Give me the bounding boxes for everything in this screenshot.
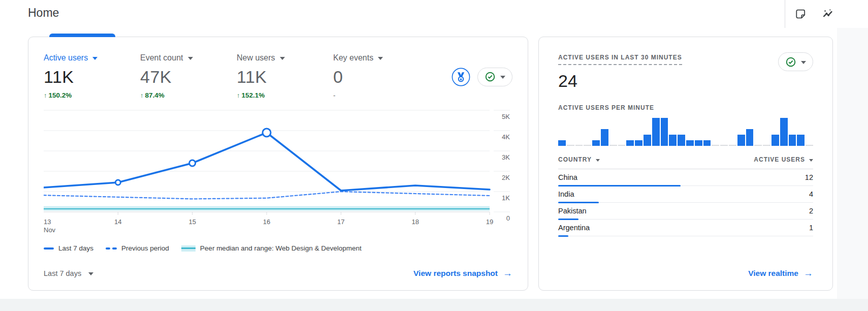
svg-text:18: 18 (411, 218, 419, 226)
arrow-right-icon: → (803, 268, 813, 279)
previous-period-line (44, 192, 490, 199)
note-icon[interactable] (793, 7, 808, 21)
legend-dash-swatch (106, 247, 117, 250)
minute-bar-empty (806, 145, 813, 146)
metric-delta: - (333, 91, 430, 99)
svg-text:4K: 4K (502, 133, 510, 141)
svg-text:16: 16 (263, 218, 270, 226)
view-reports-snapshot-label: View reports snapshot (413, 269, 498, 278)
data-quality-selector[interactable] (477, 68, 512, 86)
caret-down-icon (500, 76, 505, 79)
metric-selector-active-users[interactable]: Active users (44, 53, 98, 63)
metric-delta: ↑150.2% (44, 91, 140, 99)
check-circle-icon (485, 71, 496, 82)
minute-bar (746, 129, 754, 146)
legend-item: Last 7 days (44, 244, 93, 252)
metric-value: 11K (44, 67, 140, 87)
minute-slot (644, 135, 651, 146)
svg-text:13: 13 (44, 218, 51, 226)
legend-label: Last 7 days (58, 244, 93, 252)
minute-bar-empty (584, 145, 591, 146)
country-share-bar (558, 235, 568, 237)
metric-value: 0 (333, 67, 430, 87)
data-point-marker (115, 180, 120, 185)
minute-bar (703, 140, 711, 146)
realtime-card: ACTIVE USERS IN LAST 30 MINUTES 24 ACTIV… (538, 37, 833, 291)
up-arrow-icon: ↑ (44, 91, 47, 99)
active-users-per-minute-chart[interactable] (558, 116, 813, 146)
minute-bar-empty (763, 145, 770, 146)
minute-bar (592, 140, 600, 146)
active-users-line-chart[interactable]: 5K4K3K2K1K013Nov141516171819 (44, 106, 511, 234)
country-column-header[interactable]: COUNTRY (558, 156, 600, 163)
svg-text:15: 15 (188, 218, 196, 226)
medal-icon-glyph (452, 68, 470, 86)
svg-text:1K: 1K (502, 194, 510, 202)
minute-bar (789, 135, 796, 146)
minute-slot (695, 140, 702, 146)
svg-text:2K: 2K (502, 174, 510, 181)
date-range-selector[interactable]: Last 7 days (44, 269, 93, 277)
minute-bar (661, 118, 668, 146)
metric-selector-event-count[interactable]: Event count (140, 53, 193, 63)
minute-slot (703, 140, 711, 146)
active-users-value: 2 (809, 207, 813, 215)
active-users-chart[interactable]: 5K4K3K2K1K013Nov141516171819 (44, 106, 512, 236)
minute-slot (661, 118, 668, 146)
country-column-label: COUNTRY (558, 156, 592, 163)
minute-bar-empty (754, 145, 762, 146)
metric-delta-value: 152.1% (242, 91, 265, 99)
insights-icon-glyph (822, 8, 834, 20)
minute-bar-empty (720, 145, 728, 146)
minute-bar (601, 129, 608, 146)
active-users-column-header[interactable]: ACTIVE USERS (754, 156, 813, 163)
per-minute-label: ACTIVE USERS PER MINUTE (558, 104, 813, 111)
metric-selector-key-events[interactable]: Key events (333, 53, 383, 63)
up-arrow-icon: ↑ (140, 91, 144, 99)
minute-slot (771, 135, 779, 146)
metric-active-users: Active users11K↑150.2% (44, 53, 140, 99)
minute-bar (652, 118, 660, 146)
country-name: India (558, 190, 574, 198)
minute-bar (678, 135, 685, 146)
metric-key-events: Key events0- (333, 53, 430, 99)
realtime-header: ACTIVE USERS IN LAST 30 MINUTES 24 (558, 37, 813, 91)
metric-selector-new-users[interactable]: New users (237, 53, 285, 63)
note-icon-glyph (795, 8, 807, 20)
country-table-body: China12India4Pakistan2Argentina1 (558, 169, 813, 236)
realtime-data-quality-selector[interactable] (778, 52, 813, 71)
metric-new-users: New users11K↑152.1% (237, 53, 333, 99)
caret-down-icon (378, 57, 383, 60)
country-name: Argentina (558, 224, 590, 232)
view-reports-snapshot-link[interactable]: View reports snapshot → (413, 268, 512, 279)
view-realtime-link[interactable]: View realtime → (748, 268, 813, 279)
minute-slot (558, 140, 566, 146)
minute-slot (720, 145, 728, 146)
metric-delta: ↑87.4% (140, 91, 237, 99)
metric-delta-value: 150.2% (49, 91, 72, 99)
page-title: Home (28, 6, 59, 20)
country-name: Pakistan (558, 207, 587, 215)
metric-label: Active users (44, 53, 88, 63)
bottom-section-edge (0, 299, 868, 311)
minute-slot (626, 140, 634, 146)
minute-slot (678, 135, 685, 146)
view-realtime-label: View realtime (748, 269, 798, 278)
arrow-right-icon: → (503, 268, 512, 279)
insights-icon[interactable] (821, 7, 835, 21)
minute-slot (686, 140, 694, 146)
metrics-row: Active users11K↑150.2%Event count47K↑87.… (44, 37, 512, 99)
minute-slot (635, 140, 642, 146)
minute-slot (567, 145, 574, 146)
minute-bar (771, 135, 779, 146)
legend-band-swatch (181, 245, 196, 252)
minute-bar-empty (712, 145, 719, 146)
table-row-china: China12 (558, 169, 813, 186)
country-table-header: COUNTRY ACTIVE USERS (558, 156, 813, 169)
minute-slot (797, 135, 805, 146)
minute-slot (763, 145, 770, 146)
minute-bar-empty (609, 145, 617, 146)
minute-bar (737, 135, 745, 146)
legend-label: Previous period (121, 244, 169, 252)
benchmarking-medal-icon[interactable] (452, 68, 470, 86)
